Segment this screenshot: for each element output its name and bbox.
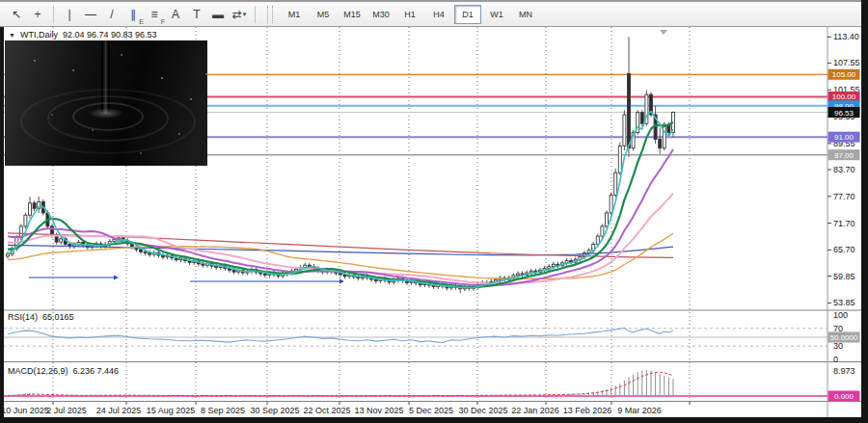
candle-body — [663, 124, 665, 148]
candle-body — [144, 251, 147, 252]
candle-body — [552, 264, 555, 266]
timeframe-d1[interactable]: D1 — [454, 5, 481, 24]
ohlc-values: 92.04 96.74 90.83 96.53 — [63, 30, 157, 40]
candle-body — [374, 279, 377, 280]
time-axis-label: 10 Jun 2025 — [1, 406, 49, 415]
rectangle-tool-icon[interactable]: ▬ — [207, 5, 229, 24]
timeframe-w1[interactable]: W1 — [483, 5, 510, 24]
toolbar-timeframes: M1M5M15M30H1H4D1W1MN — [280, 5, 540, 24]
price-badge-label: 105.00 — [832, 70, 856, 79]
price-badge-label: 91.00 — [834, 133, 854, 142]
candle-body — [623, 115, 626, 145]
label-tool-icon[interactable]: T — [186, 5, 207, 24]
candle-body — [517, 274, 520, 276]
equidistant-channel-tool-icon[interactable]: ∥E — [122, 5, 144, 24]
macd-name: MACD(12,26,9) — [8, 366, 68, 376]
timeframe-m30[interactable]: M30 — [367, 5, 394, 24]
price-badge-label: 96.53 — [834, 109, 854, 118]
timeframe-h4[interactable]: H4 — [425, 5, 452, 24]
timeframe-mn[interactable]: MN — [512, 5, 539, 24]
time-axis-label: 13 Nov 2025 — [354, 406, 403, 415]
mt4-window: 113.40107.55101.5595.5589.5583.7077.7071… — [0, 0, 868, 423]
candle-body — [304, 265, 307, 267]
time-axis-label: 2 Jul 2025 — [46, 406, 87, 415]
time-axis-label: 13 Feb 2026 — [563, 406, 612, 415]
price-badge-label: 50.0000 — [830, 333, 858, 342]
chart-title: ▼ WTI,Daily 92.04 96.74 90.83 96.53 — [9, 30, 157, 40]
cursor-tool-icon[interactable]: ↖ — [6, 5, 27, 24]
macd-value: 6.236 7.446 — [73, 366, 120, 376]
text-tool-icon[interactable]: A — [165, 5, 186, 24]
price-tick-label: 77.70 — [833, 192, 855, 201]
time-axis-label: 22 Oct 2025 — [303, 406, 350, 415]
time-axis-label: 30 Dec 2025 — [458, 406, 507, 415]
rsi-value: 65.0165 — [42, 312, 74, 322]
candle-body — [60, 239, 63, 242]
price-badge-label: 100.00 — [832, 93, 856, 101]
fibonacci-tool-icon[interactable]: ≡F — [144, 5, 165, 24]
candle-body — [640, 113, 643, 124]
candle-body — [587, 251, 590, 253]
candle-body — [659, 139, 662, 147]
candle-body — [618, 145, 621, 172]
candle-body — [140, 250, 143, 251]
oil-specks — [34, 60, 36, 62]
toolbar-separator — [53, 6, 54, 23]
time-axis-label: 24 Jul 2025 — [96, 406, 142, 415]
candle-body — [606, 213, 609, 226]
arrows-tool-icon[interactable]: ⇄▾ — [229, 5, 250, 24]
price-badge-label: 0.000 — [834, 392, 854, 401]
macd-label: MACD(12,26,9) 6.236 7.446 — [8, 366, 119, 376]
toolbar: ↖+|—/∥E≡FAT▬⇄▾ M1M5M15M30H1H4D1W1MN — [0, 0, 861, 27]
toolbar-tools: ↖+|—/∥E≡FAT▬⇄▾ — [6, 5, 260, 24]
symbol-dropdown-icon[interactable]: ▼ — [9, 32, 15, 39]
macd-tick-label: 8.973 — [833, 366, 855, 376]
trendline-tool-icon[interactable]: / — [101, 5, 122, 24]
candle-body — [628, 73, 631, 147]
time-axis-label: 30 Sep 2025 — [250, 406, 299, 415]
toolbar-separator — [255, 6, 256, 23]
price-tick-label: 65.70 — [833, 245, 855, 254]
candle-body — [596, 236, 599, 244]
candle-body — [614, 172, 617, 195]
rsi-name: RSI(14) — [8, 312, 38, 322]
candle-body — [263, 274, 266, 275]
rsi-tick-label: 100 — [833, 310, 848, 320]
price-tick-label: 113.40 — [833, 32, 859, 41]
oil-ripple — [20, 89, 196, 154]
crosshair-tool-icon[interactable]: + — [27, 5, 48, 24]
vertical-line-tool-icon[interactable]: | — [59, 5, 80, 24]
candle-body — [24, 215, 27, 226]
symbol-title: WTI,Daily — [20, 30, 58, 40]
candle-body — [7, 254, 10, 256]
price-badge-label: 87.00 — [834, 151, 854, 160]
time-axis-label: 9 Mar 2026 — [617, 406, 662, 415]
rsi-label: RSI(14) 65.0165 — [8, 312, 74, 322]
rsi-tick-label: 30 — [833, 341, 843, 351]
timeframe-h1[interactable]: H1 — [396, 5, 423, 24]
timeframe-m5[interactable]: M5 — [310, 5, 337, 24]
rsi-tick-label: 0 — [833, 355, 838, 364]
oil-glint — [89, 108, 123, 119]
candle-body — [149, 253, 151, 254]
candle-body — [29, 203, 32, 216]
toolbar-grip[interactable] — [267, 6, 273, 23]
candle-body — [601, 226, 604, 236]
price-tick-label: 59.85 — [833, 272, 855, 281]
price-tick-label: 71.70 — [833, 219, 855, 228]
timeframe-m15[interactable]: M15 — [339, 5, 366, 24]
candle-body — [610, 195, 612, 213]
price-tick-label: 83.70 — [833, 165, 855, 174]
rsi-tick-label: 70 — [833, 324, 843, 333]
candle-body — [33, 203, 36, 209]
horizontal-line-tool-icon[interactable]: — — [80, 5, 101, 24]
price-tick-label: 107.55 — [833, 58, 860, 67]
timeframe-m1[interactable]: M1 — [281, 5, 308, 24]
time-axis-label: 8 Sep 2025 — [201, 406, 245, 415]
time-axis-label: 22 Jan 2026 — [511, 406, 559, 415]
candle-body — [232, 270, 235, 272]
time-axis-label: 5 Dec 2025 — [409, 406, 453, 415]
price-tick-label: 53.85 — [833, 298, 855, 307]
candle-body — [202, 264, 204, 265]
oil-droplet-photo — [5, 40, 207, 166]
